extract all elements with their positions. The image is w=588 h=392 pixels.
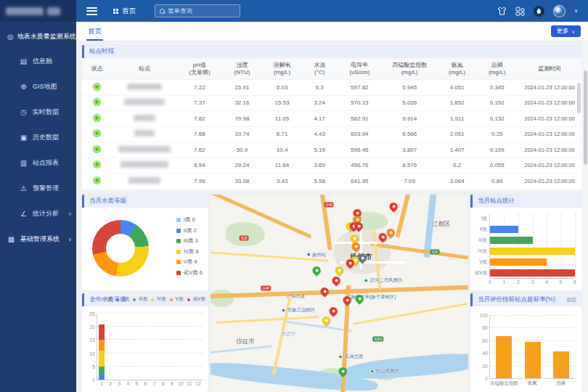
view-link[interactable]: 视图 — [566, 296, 576, 303]
legend-item[interactable]: III类 3 — [176, 237, 203, 245]
bar[interactable] — [490, 226, 518, 233]
legend-item[interactable]: I类 — [101, 296, 113, 303]
x-tick-label: 1 — [100, 381, 103, 386]
map-panel: 扬州市江都区仪征市沪陕高速古运河扬州站扬州大学(扬子津校区)华扬工业园区运河三湾… — [211, 195, 468, 392]
table-header: 状态站点pH值(无量纲)浊度(NTU)溶解氧(mg/L)水温(°C)电导率(uS… — [82, 58, 582, 80]
station-pin-red[interactable] — [327, 306, 339, 317]
bar[interactable] — [490, 269, 575, 277]
legend-item[interactable]: II类 — [116, 296, 129, 303]
sidebar-item-report[interactable]: ▥站点报表 — [0, 150, 76, 176]
legend-swatch — [176, 218, 181, 222]
legend-label: I类 0 — [184, 216, 195, 224]
station-pin-red[interactable] — [388, 201, 399, 213]
table-row[interactable]: 7.6810.746.714.43603.946.5662.0610.25202… — [82, 127, 582, 143]
breadcrumb-home[interactable]: 首页 — [113, 7, 136, 16]
station-pin-green[interactable] — [311, 265, 322, 277]
legend-item[interactable]: I类 0 — [176, 216, 203, 224]
donut-ring[interactable] — [92, 220, 149, 277]
user-avatar[interactable] — [553, 5, 565, 17]
map-label-water: 古运河 — [281, 330, 295, 337]
vertical-bar-chart[interactable]: 020406080100高锰酸盐指数氨氮总磷 — [489, 315, 575, 379]
theme-skin-icon[interactable] — [497, 7, 507, 15]
hbar-row: III类 — [490, 235, 575, 246]
status-ok-dot — [94, 161, 100, 168]
sidebar-item-history[interactable]: ▣历史数据 — [0, 125, 76, 150]
cell-value: 6.566 — [382, 131, 437, 137]
cell-value: 0.89 — [477, 178, 517, 184]
app-root: ◎ 地表水质量监测系统 ∧ ▤信息舱⊕GIS地图◷实时数据▣历史数据▥站点报表⚠… — [0, 0, 588, 392]
column-header: 电导率(uS/cm) — [337, 62, 382, 76]
x-category-label: 总磷 — [556, 380, 565, 387]
table-row[interactable]: 7.6250.910.45.19596.453.8071.4070.199202… — [82, 142, 582, 158]
sidebar-item-realtime[interactable]: ◷实时数据 — [0, 99, 76, 125]
table-row[interactable]: 7.9633.083.435.58641.957.093.0640.892024… — [82, 173, 582, 189]
table-row[interactable]: 7.3732.1615.533.24570.135.0261.8520.1922… — [82, 96, 582, 112]
bar[interactable] — [490, 248, 575, 255]
horizontal-bar-chart[interactable]: 0123456I类II类III类IV类V类劣V类 — [489, 213, 575, 279]
legend-label: IV类 — [157, 296, 166, 303]
column-header: 水温(°C) — [302, 62, 337, 76]
y-category-label: 劣V类 — [475, 269, 487, 276]
station-report-panel: 站点时报 状态站点pH值(无量纲)浊度(NTU)溶解氧(mg/L)水温(°C)电… — [82, 45, 582, 190]
bar[interactable] — [490, 237, 533, 244]
cell-value: 8.576 — [382, 162, 437, 168]
sidebar-item-gis[interactable]: ⊕GIS地图 — [0, 74, 76, 99]
page-scrollbar[interactable] — [583, 41, 588, 392]
station-pin-yellow[interactable] — [320, 315, 332, 327]
legend-item[interactable]: IV类 6 — [176, 248, 203, 256]
cell-value: 7.22 — [177, 84, 222, 91]
app-logo — [0, 0, 76, 22]
legend-item[interactable]: IV类 — [151, 296, 166, 303]
stacked-chart-legend: I类II类III类IV类V类劣V类 — [101, 296, 205, 303]
table-row[interactable]: 8.5429.2411.643.69456.768.5760.20.055202… — [82, 158, 582, 174]
legend-item[interactable]: III类 — [133, 296, 147, 303]
search-icon — [160, 9, 165, 14]
bar[interactable] — [553, 351, 569, 378]
status-ok-dot — [94, 130, 100, 136]
road-number-badge: S49 — [324, 202, 334, 207]
sidebar-item-dashboard[interactable]: ▤信息舱 — [0, 49, 76, 74]
y-tick-label: 15 — [89, 338, 95, 343]
table-scrollbar[interactable] — [577, 83, 581, 113]
search-input[interactable] — [168, 7, 233, 15]
y-category-label: I类 — [481, 216, 487, 222]
sidebar-item-stats[interactable]: ∠统计分析∨ — [0, 201, 76, 226]
legend-item[interactable]: V类 — [170, 296, 184, 303]
layout-components-icon[interactable] — [515, 7, 525, 16]
bar[interactable] — [496, 336, 512, 378]
gis-map[interactable]: 扬州市江都区仪征市沪陕高速古运河扬州站扬州大学(扬子津校区)华扬工业园区运河三湾… — [211, 195, 468, 392]
bar[interactable] — [525, 342, 541, 378]
page-scrollbar-thumb[interactable] — [584, 70, 587, 165]
stacked-bar[interactable] — [99, 314, 105, 380]
column-header: 监测时间 — [517, 65, 582, 73]
cell-value: 5.945 — [382, 84, 437, 91]
menu-search[interactable] — [155, 4, 240, 17]
poi-icon — [306, 253, 311, 257]
table-row[interactable]: 7.2215.915.036.3597.825.9454.0510.345202… — [82, 80, 582, 96]
station-name-redacted — [124, 99, 165, 105]
donut-legend: I类 0II类 2III类 3IV类 6V类 4劣V类 6 — [176, 216, 203, 277]
menu-toggle-icon[interactable] — [86, 7, 97, 15]
legend-item[interactable]: II类 2 — [176, 227, 203, 234]
sidebar-item-base[interactable]: ▦基础管理系统∨ — [0, 226, 76, 252]
legend-item[interactable]: 劣V类 6 — [176, 269, 203, 277]
stacked-bar-chart[interactable]: 0510152025123456789101112 — [97, 314, 203, 380]
x-tick-label: 6 — [573, 279, 576, 285]
sidebar-section-surface-water-system[interactable]: ◎ 地表水质量监测系统 ∧ — [0, 22, 76, 49]
more-button[interactable]: 更多 ∨ — [551, 25, 581, 37]
legend-item[interactable]: 劣V类 — [187, 296, 205, 303]
panel-title-monthly-station-stats: 当月站点统计 — [470, 195, 582, 208]
tab-home[interactable]: 首页 — [86, 22, 103, 41]
user-menu-chevron-icon[interactable]: ∨ — [574, 8, 578, 14]
table-row[interactable]: 7.8279.9811.054.17582.919.9141.9110.1322… — [82, 111, 582, 127]
bar[interactable] — [490, 258, 547, 266]
sidebar-item-alert[interactable]: ⚠预警管理 — [0, 176, 76, 201]
x-tick-label: 2 — [109, 381, 112, 386]
gridline — [575, 213, 576, 278]
flame-icon[interactable] — [534, 6, 544, 17]
station-pin-red[interactable] — [319, 286, 330, 298]
legend-item[interactable]: V类 4 — [176, 258, 203, 266]
cell-value: 1.852 — [437, 99, 477, 106]
station-pin-red[interactable] — [330, 275, 342, 287]
legend-label: III类 — [139, 296, 147, 303]
